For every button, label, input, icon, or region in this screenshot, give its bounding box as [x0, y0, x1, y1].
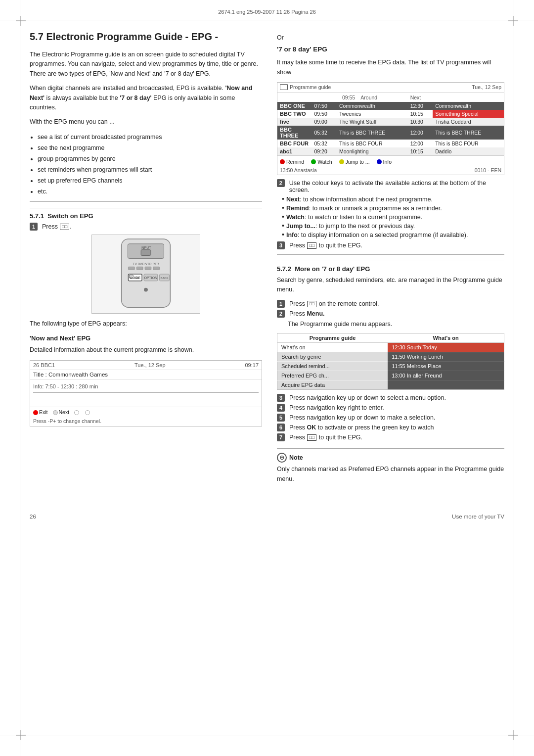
right-column: Or '7 or 8 day' EPG It may take some tim… — [277, 30, 504, 489]
epg-menu-list: see a list of current broadcasted progra… — [38, 132, 262, 196]
now-next-title: 'Now and Next' EPG — [30, 333, 262, 343]
crosshair-tl — [16, 16, 26, 26]
epg-note: The following type of EPG appears: — [30, 319, 262, 329]
header-text: 2674.1 eng 25-09-2007 11:26 Pagina 26 — [218, 9, 316, 15]
border-bottom — [0, 736, 534, 736]
step-572-6: 6 Press OK to activate or press the gree… — [277, 424, 504, 431]
chapter-title: 5.7 Electronic Programme Guide - EPG - — [30, 30, 262, 43]
epg-box-dash — [33, 392, 259, 393]
page-number: 26 — [30, 514, 36, 520]
svg-text:TV  DVD  VTR  RTR: TV DVD VTR RTR — [133, 262, 159, 266]
step-571-1-text: Press □□. — [42, 223, 72, 230]
epg-box-title: Title : Commonwealth Games — [30, 370, 262, 379]
table-row: What's on 12:30 South Today — [277, 343, 504, 352]
section-572-desc: Search by genre, scheduled reminders, et… — [277, 276, 504, 295]
now-next-box: 26 BBC1 Tue., 12 Sep 09:17 Title : Commo… — [30, 360, 262, 426]
svg-point-16 — [144, 287, 148, 291]
table-footer-row: Remind Watch Jump to ... Info 13:50 Anas… — [277, 156, 504, 175]
step-num-572-4: 4 — [277, 404, 285, 412]
border-right — [514, 0, 514, 756]
intro-para2: When digital channels are installed and … — [30, 84, 262, 112]
table-row: abc1 09:20 Moonlighting 10:15 Daddio — [277, 147, 504, 156]
list-item: set reminders when programmes will start — [38, 165, 262, 175]
svg-text:INPUT: INPUT — [141, 245, 152, 249]
crosshair-br — [508, 730, 518, 740]
step-572-3: 3 Press navigation key up or down to sel… — [277, 394, 504, 402]
table-row: Acquire EPG data — [277, 380, 504, 390]
step-572-5: 5 Press navigation key up or down to mak… — [277, 414, 504, 422]
list-item: set up preferred EPG channels — [38, 176, 262, 186]
svg-rect-5 — [128, 267, 134, 270]
list-item: see a list of current broadcasted progra… — [38, 132, 262, 142]
step-572-2: 2 Press Menu. — [277, 310, 504, 318]
svg-rect-7 — [145, 267, 151, 270]
note-title: ⊖ Note — [277, 453, 504, 463]
colour-actions-list: • Next: to show information about the ne… — [277, 195, 504, 238]
note-text: Only channels marked as Preferred EPG ch… — [277, 465, 504, 484]
divider1 — [30, 201, 262, 202]
step-num-572-1: 1 — [277, 300, 285, 308]
table-row: Search by genre 11:50 Working Lunch — [277, 352, 504, 362]
step-num-572-6: 6 — [277, 424, 285, 431]
epg-icon-7: □□ — [307, 434, 316, 441]
col1-header: Programme guide — [277, 333, 388, 343]
step-572-1: 1 Press □□ on the remote control. — [277, 300, 504, 308]
epg-button-icon: □□ — [60, 224, 69, 230]
colour-key: Remind Watch Jump to ... Info — [280, 157, 501, 166]
step-num-572-5: 5 — [277, 414, 285, 422]
list-item: etc. — [38, 187, 262, 196]
page-header: 2674.1 eng 25-09-2007 11:26 Pagina 26 — [20, 0, 514, 20]
step-num-572-2: 2 — [277, 310, 285, 318]
empty-btn2 — [85, 409, 91, 415]
intro-para1: The Electronic Programme guide is an on … — [30, 50, 262, 79]
epg-box-info: Info: 7:50 - 12:30 : 280 min — [30, 379, 262, 390]
table-row: BBC FOUR 05:32 This is BBC FOUR 12:00 Th… — [277, 140, 504, 147]
svg-rect-3 — [141, 249, 151, 255]
epg-78-title: '7 or 8 day' EPG — [277, 45, 504, 55]
table-row: Scheduled remind... 11:55 Melrose Place — [277, 362, 504, 371]
table-row: BBC TWO 09:50 Tweenies 10:15 Something S… — [277, 110, 504, 118]
epg-78-desc: It may take some time to receive the EPG… — [277, 58, 504, 77]
section-571-title: 5.7.1 Switch on EPG — [30, 208, 262, 220]
step-3-quit: 3 Press □□ to quit the EPG. — [277, 241, 504, 249]
tv-icon — [280, 84, 288, 90]
step-num-2: 2 — [277, 179, 285, 187]
list-item: group programmes by genre — [38, 154, 262, 164]
divider2 — [277, 254, 504, 255]
next-btn: Next — [53, 409, 70, 415]
table-row: BBC ONE 07:50 Commonwealth 12:30 Commonw… — [277, 102, 504, 110]
step-num-3: 3 — [277, 241, 285, 249]
or-text: Or — [277, 33, 504, 43]
step-num-572-7: 7 — [277, 433, 285, 441]
exit-btn: Exit — [33, 409, 48, 415]
svg-text:OPTION: OPTION — [144, 276, 157, 280]
intro-para3: With the EPG menu you can ... — [30, 117, 262, 127]
note-icon: ⊖ — [277, 453, 287, 463]
step-572-7: 7 Press □□ to quit the EPG. — [277, 433, 504, 441]
note-section: ⊖ Note Only channels marked as Preferred… — [277, 448, 504, 484]
empty-btn1 — [74, 409, 80, 415]
border-left — [20, 0, 20, 756]
epg-box-header: 26 BBC1 Tue., 12 Sep 09:17 — [30, 361, 262, 370]
epg-quit-icon: □□ — [307, 242, 316, 249]
epg-box-bottom: Exit Next — [30, 407, 262, 417]
step-num-572-3: 3 — [277, 394, 285, 402]
border-top — [0, 20, 534, 20]
step-2-block: 2 Use the colour keys to activate the av… — [277, 179, 504, 193]
step-num-1: 1 — [30, 223, 38, 231]
pg-menu-appears: The Programme guide menu appears. — [288, 320, 504, 329]
svg-text:BACK: BACK — [160, 277, 168, 280]
table-row: Preferred EPG ch... 13:00 In aller Freun… — [277, 371, 504, 380]
crosshair-bl — [16, 730, 26, 740]
svg-rect-6 — [136, 267, 143, 270]
remote-diagram: INPUT TV DVD VTR RTR GUIDE OPTION BACK — [30, 235, 262, 315]
step-572-4: 4 Press navigation key right to enter. — [277, 404, 504, 412]
page-footer: 26 Use more of your TV — [0, 514, 534, 529]
left-column: 5.7 Electronic Programme Guide - EPG - T… — [30, 30, 262, 489]
col2-header: What's on — [388, 333, 504, 343]
epg-icon-572: □□ — [307, 301, 316, 307]
svg-rect-8 — [153, 267, 160, 270]
list-item: see the next programme — [38, 143, 262, 153]
section-572-title: 5.7.2 More on '7 or 8 day' EPG — [277, 261, 504, 273]
footer-text: Use more of your TV — [452, 514, 504, 520]
